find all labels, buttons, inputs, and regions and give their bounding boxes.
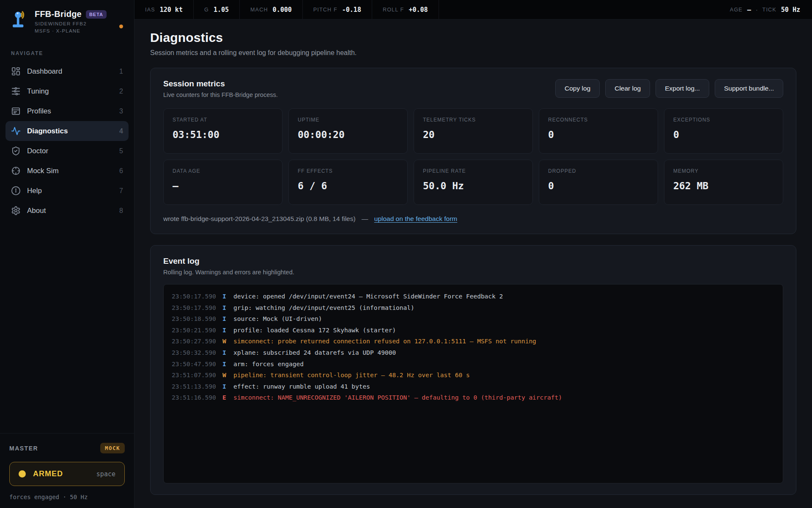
metric-tile-pipeline-rate: PIPELINE RATE 50.0 Hz	[414, 160, 533, 205]
session-metrics-card: Session metrics Live counters for this F…	[150, 68, 796, 234]
log-message: profile: loaded Cessna 172 Skyhawk (star…	[233, 325, 396, 336]
log-entry: 23:51:07.590 W pipeline: transient contr…	[172, 370, 775, 381]
armed-toggle-button[interactable]: ARMED space	[9, 462, 125, 486]
metric-tile-uptime: UPTIME 00:00:20	[288, 108, 408, 154]
sidebar-spacer	[0, 221, 134, 433]
support-bundle-note-row: wrote ffb-bridge-support-2026-04-23_2130…	[163, 215, 783, 223]
telemetry-cell-roll-f: ROLL F +0.08	[372, 0, 439, 19]
sidebar-item-label: Profiles	[27, 107, 51, 116]
telemetry-cell-g: G 1.05	[194, 0, 240, 19]
telemetry-cell-pitch-f: PITCH F -0.18	[303, 0, 372, 19]
sidebar-item-about[interactable]: About 8	[5, 201, 129, 221]
log-level: W	[222, 370, 228, 381]
sidebar-item-label: Diagnostics	[27, 127, 68, 135]
about-icon	[11, 206, 21, 215]
metric-label: TELEMETRY TICKS	[423, 117, 524, 123]
app-title: FFB-Bridge	[35, 9, 82, 19]
session-metrics-heading: Session metrics Live counters for this F…	[163, 79, 278, 98]
metric-tile-data-age: DATA AGE —	[163, 160, 283, 205]
metric-value: 262 MB	[673, 180, 774, 191]
note-separator: —	[362, 215, 368, 222]
metric-label: DROPPED	[548, 168, 649, 174]
log-entry: 23:50:32.590 I xplane: subscribed 24 dat…	[172, 347, 775, 359]
support-bundle-button[interactable]: Support bundle...	[715, 79, 783, 98]
log-level: W	[222, 336, 228, 347]
sidebar-item-shortcut: 1	[119, 68, 123, 75]
log-message: simconnect: probe returned connection re…	[233, 336, 536, 347]
copy-log-button[interactable]: Copy log	[555, 79, 600, 98]
help-icon	[11, 186, 21, 196]
nav-section-label: NAVIGATE	[11, 50, 134, 56]
metric-value: 6 / 6	[298, 180, 398, 191]
log-timestamp: 23:50:21.590	[172, 325, 219, 336]
log-entry: 23:50:21.590 I profile: loaded Cessna 17…	[172, 325, 775, 336]
log-entry: 23:51:16.590 E simconnect: NAME_UNRECOGN…	[172, 392, 775, 403]
engine-status-text: forces engaged · 50 Hz	[9, 494, 125, 500]
session-metrics-title: Session metrics	[163, 79, 278, 88]
log-entry: 23:50:17.590 I device: opened /dev/input…	[172, 291, 775, 302]
sidebar-item-label: Dashboard	[27, 67, 62, 76]
log-level: I	[222, 325, 228, 336]
sidebar-item-doctor[interactable]: Doctor 5	[5, 141, 129, 161]
sidebar-item-label: Mock Sim	[27, 167, 59, 175]
telemetry-label: IAS	[145, 7, 155, 13]
metric-value: 50.0 Hz	[423, 180, 524, 191]
tuning-icon	[11, 86, 21, 96]
armed-indicator-dot	[19, 470, 26, 478]
event-log-card: Event log Rolling log. Warnings and erro…	[150, 245, 796, 495]
app-window: FFB-Bridge BETA SIDEWINDER FFB2 MSFS · X…	[0, 0, 812, 508]
page-title: Diagnostics	[150, 30, 796, 45]
log-timestamp: 23:50:32.590	[172, 347, 219, 359]
master-panel: MASTER MOCK ARMED space forces engaged ·…	[0, 433, 134, 508]
metric-tile-memory: MEMORY 262 MB	[664, 160, 783, 205]
export-log-button[interactable]: Export log...	[656, 79, 709, 98]
sidebar-nav: Dashboard 1 Tuning 2 Profiles 3	[0, 61, 134, 221]
log-entry: 23:50:47.590 I arm: forces engaged	[172, 359, 775, 370]
log-message: pipeline: transient control-loop jitter …	[233, 370, 470, 381]
clear-log-button[interactable]: Clear log	[605, 79, 650, 98]
sidebar-item-mock-sim[interactable]: Mock Sim 6	[5, 161, 129, 181]
log-level: I	[222, 302, 228, 314]
page-content: Diagnostics Session metrics and a rollin…	[134, 19, 812, 508]
log-panel[interactable]: 23:50:17.590 I device: opened /dev/input…	[163, 284, 783, 483]
telemetry-value: 1.05	[214, 6, 229, 14]
telemetry-value: -0.18	[342, 6, 361, 14]
mocksim-icon	[11, 166, 21, 176]
metric-label: RECONNECTS	[548, 117, 649, 123]
feedback-form-link[interactable]: upload on the feedback form	[374, 215, 457, 222]
metric-label: EXCEPTIONS	[673, 117, 774, 123]
brand-text: FFB-Bridge BETA SIDEWINDER FFB2 MSFS · X…	[35, 9, 107, 33]
metric-tile-exceptions: EXCEPTIONS 0	[664, 108, 783, 154]
log-timestamp: 23:50:18.590	[172, 313, 219, 325]
sidebar-item-profiles[interactable]: Profiles 3	[5, 101, 129, 121]
log-message: arm: forces engaged	[233, 359, 304, 370]
log-timestamp: 23:50:17.590	[172, 291, 219, 302]
sidebar-item-label: Tuning	[27, 87, 49, 96]
event-log-title: Event log	[163, 257, 294, 266]
log-level: I	[222, 381, 228, 392]
metric-tile-started-at: STARTED AT 03:51:00	[163, 108, 283, 154]
armed-label: ARMED	[33, 469, 63, 478]
telemetry-label: MACH	[250, 7, 268, 13]
metric-tile-ff-effects: FF EFFECTS 6 / 6	[288, 160, 408, 205]
connection-status-dot	[119, 25, 123, 28]
doctor-icon	[11, 146, 21, 156]
joystick-logo-icon	[9, 9, 29, 29]
log-message: xplane: subscribed 24 datarefs via UDP 4…	[233, 347, 396, 359]
log-level: E	[222, 392, 228, 403]
dot-separator: ·	[756, 6, 758, 13]
sidebar-item-tuning[interactable]: Tuning 2	[5, 81, 129, 101]
sidebar-item-label: Help	[27, 187, 42, 195]
sidebar-item-shortcut: 2	[119, 88, 123, 95]
sidebar-item-dashboard[interactable]: Dashboard 1	[5, 61, 129, 81]
sidebar-item-help[interactable]: Help 7	[5, 181, 129, 201]
log-timestamp: 23:50:17.590	[172, 302, 219, 314]
sidebar-item-diagnostics[interactable]: Diagnostics 4	[5, 121, 129, 141]
log-level: I	[222, 291, 228, 302]
log-level: I	[222, 359, 228, 370]
telemetry-value: 120 kt	[160, 6, 183, 14]
telemetry-label: PITCH F	[313, 7, 337, 13]
age-value: —	[747, 6, 751, 14]
metric-tile-telemetry-ticks: TELEMETRY TICKS 20	[414, 108, 533, 154]
telemetry-label: ROLL F	[383, 7, 404, 13]
